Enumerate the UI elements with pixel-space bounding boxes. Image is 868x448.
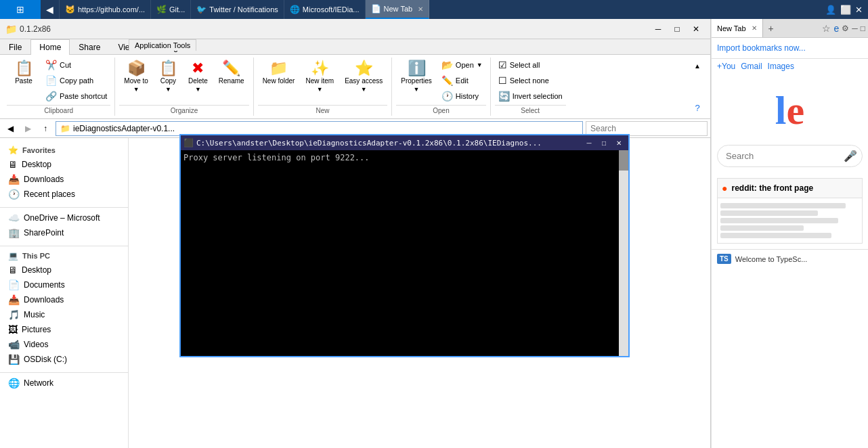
taskbar-back[interactable]: ◀: [41, 0, 60, 19]
favorites-label: Favorites: [22, 146, 56, 154]
cmd-close-button[interactable]: ✕: [612, 137, 626, 148]
import-bookmarks[interactable]: Import bookmarks now...: [712, 38, 868, 59]
reddit-line-4: [720, 225, 804, 231]
sidebar-pc-desktop[interactable]: 🖥 Desktop: [0, 263, 128, 277]
this-pc-label: This PC: [22, 252, 50, 260]
user-tray-icon[interactable]: 👤: [825, 5, 836, 15]
cmd-maximize-button[interactable]: □: [597, 137, 611, 148]
copy-path-button[interactable]: 📄 Copy path: [42, 73, 110, 88]
taskbar-newtab[interactable]: 📄 New Tab ✕: [366, 0, 430, 19]
browser-tab-close[interactable]: ✕: [752, 24, 757, 32]
typescript-label: Welcome to TypeSc...: [735, 255, 808, 263]
cmd-minimize-button[interactable]: ─: [582, 137, 596, 148]
sidebar-downloads[interactable]: 📥 Downloads: [0, 172, 128, 187]
new-folder-label: New folder: [263, 77, 295, 85]
ribbon-expand-button[interactable]: ▲: [689, 59, 706, 72]
up-button[interactable]: ↑: [38, 121, 53, 136]
sidebar-downloads-label: Downloads: [24, 175, 64, 184]
sidebar-videos[interactable]: 📹 Videos: [0, 337, 128, 352]
sidebar-desktop-label: Desktop: [22, 160, 51, 169]
easy-access-button[interactable]: ⭐ Easy access ▼: [340, 58, 387, 96]
tab-home[interactable]: Home: [30, 39, 70, 55]
ie-icon[interactable]: e: [833, 23, 839, 34]
select-none-label: Select none: [510, 76, 549, 85]
sidebar-pc-downloads[interactable]: 📥 Downloads: [0, 292, 128, 307]
gmail-link[interactable]: Gmail: [741, 62, 762, 71]
paste-shortcut-button[interactable]: 🔗 Paste shortcut: [42, 89, 110, 104]
cmd-scrollbar[interactable]: [619, 150, 628, 356]
settings-icon[interactable]: ⚙: [842, 24, 849, 33]
taskbar-microsoft[interactable]: 🌐 Microsoft/IEDia...: [284, 0, 366, 19]
start-button[interactable]: ⊞: [0, 0, 41, 19]
clipboard-group: 📋 Paste ✂️ Cut 📄 Copy path: [3, 58, 115, 116]
select-all-button[interactable]: ☑ Select all: [495, 58, 566, 72]
new-tab-button[interactable]: +: [763, 19, 779, 37]
typescript-icon: TS: [717, 254, 731, 264]
sidebar-sharepoint[interactable]: 🏢 SharePoint: [0, 225, 128, 240]
paste-shortcut-label: Paste shortcut: [60, 92, 107, 100]
properties-button[interactable]: ℹ️ Properties ▼: [396, 58, 437, 96]
history-button[interactable]: 🕐 History: [438, 89, 486, 104]
images-link[interactable]: Images: [768, 62, 794, 71]
sidebar-documents[interactable]: 📄 Documents: [0, 277, 128, 292]
maximize-tray-icon[interactable]: ⬜: [840, 5, 851, 15]
sidebar-desktop[interactable]: 🖥 Desktop: [0, 157, 128, 172]
sharepoint-icon: 🏢: [8, 227, 20, 238]
minimize-button[interactable]: ─: [649, 22, 667, 36]
title-bar-left: 📁 0.1.2x86: [5, 24, 51, 35]
new-item-button[interactable]: ✨ New item ▼: [301, 58, 339, 96]
browser-maximize[interactable]: □: [861, 24, 865, 33]
sidebar-pc-downloads-label: Downloads: [24, 295, 64, 305]
close-tray-icon[interactable]: ✕: [855, 5, 863, 15]
browser-tab-newtab[interactable]: New Tab ✕: [712, 19, 763, 37]
sidebar-onedrive-label: OneDrive – Microsoft: [24, 213, 100, 223]
rename-button[interactable]: ✏️ Rename: [214, 58, 249, 88]
help-button[interactable]: ?: [689, 101, 706, 114]
back-button[interactable]: ◀: [3, 121, 18, 136]
copy-to-button[interactable]: 📋 Copy ▼: [154, 58, 182, 96]
sidebar-music[interactable]: 🎵 Music: [0, 307, 128, 322]
sidebar-recent[interactable]: 🕐 Recent places: [0, 187, 128, 202]
sidebar-onedrive[interactable]: ☁️ OneDrive – Microsoft: [0, 210, 128, 225]
browser-minimize[interactable]: ─: [852, 24, 858, 33]
this-pc-header[interactable]: 💻 This PC: [0, 249, 128, 263]
new-folder-button[interactable]: 📁 New folder: [258, 58, 300, 88]
sidebar-osdisk[interactable]: 💾 OSDisk (C:): [0, 352, 128, 367]
invert-selection-button[interactable]: 🔄 Invert selection: [495, 89, 566, 104]
move-to-button[interactable]: 📦 Move to ▼: [119, 58, 153, 96]
plus-you-link[interactable]: +You: [717, 62, 735, 71]
properties-label: Properties: [401, 77, 432, 85]
tab-file[interactable]: File: [0, 39, 30, 55]
sidebar-osdisk-label: OSDisk (C:): [24, 355, 67, 364]
taskbar-git[interactable]: 🌿 Git...: [151, 0, 191, 19]
edit-button[interactable]: ✏️ Edit: [438, 73, 486, 88]
edit-label: Edit: [456, 76, 469, 85]
new-item-label: New item: [305, 77, 334, 85]
paste-icon: 📋: [15, 61, 33, 76]
microphone-icon[interactable]: 🎤: [844, 150, 857, 162]
taskbar-github[interactable]: 🐱 https://github.com/...: [60, 0, 151, 19]
tab-share[interactable]: Share: [70, 39, 109, 55]
favorites-header[interactable]: ⭐ Favorites: [0, 143, 128, 157]
ribbon-tabs: File Home Share View Manage: [0, 39, 710, 55]
back-icon: ◀: [46, 4, 53, 15]
favorites-section: ⭐ Favorites 🖥 Desktop 📥 Downloads 🕐: [0, 143, 128, 202]
delete-button[interactable]: ✖ Delete ▼: [183, 58, 213, 96]
google-search-input[interactable]: [726, 151, 840, 161]
github-icon: 🐱: [65, 5, 75, 14]
cut-button[interactable]: ✂️ Cut: [42, 58, 110, 72]
close-button[interactable]: ✕: [687, 22, 705, 36]
bookmark-icon[interactable]: ☆: [822, 23, 831, 34]
open-button[interactable]: 📂 Open ▼: [438, 58, 486, 72]
taskbar-twitter[interactable]: 🐦 Twitter / Notifications: [191, 0, 284, 19]
maximize-button[interactable]: □: [668, 22, 686, 36]
paste-button[interactable]: 📋 Paste: [7, 58, 41, 88]
sidebar-pictures[interactable]: 🖼 Pictures: [0, 322, 128, 337]
forward-button[interactable]: ▶: [20, 121, 35, 136]
newtab-close[interactable]: ✕: [418, 5, 423, 13]
sidebar-documents-label: Documents: [24, 280, 65, 290]
cmd-scroll-thumb[interactable]: [619, 150, 628, 171]
sidebar-network[interactable]: 🌐 Network: [0, 376, 128, 390]
documents-icon: 📄: [8, 279, 20, 290]
select-none-button[interactable]: ☐ Select none: [495, 73, 566, 88]
